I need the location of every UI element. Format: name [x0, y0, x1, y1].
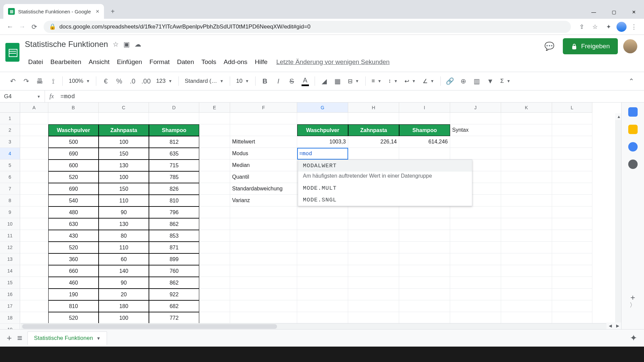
cell[interactable]: 682	[149, 300, 199, 312]
cell[interactable]	[297, 206, 348, 218]
cell[interactable]	[20, 148, 48, 160]
cell[interactable]	[348, 242, 399, 253]
cell[interactable]: 150	[99, 183, 149, 195]
url-input[interactable]: 🔒 docs.google.com/spreadsheets/d/1fke71Y…	[44, 21, 571, 33]
cell[interactable]	[230, 265, 297, 277]
column-header[interactable]: D	[149, 103, 199, 113]
row-header[interactable]: 6	[0, 171, 20, 183]
cell[interactable]	[552, 195, 592, 206]
cell[interactable]	[450, 265, 501, 277]
cell[interactable]	[297, 265, 348, 277]
cell[interactable]: 140	[99, 265, 149, 277]
cell[interactable]	[450, 300, 501, 312]
cell[interactable]	[199, 171, 230, 183]
number-format-select[interactable]: 123▼	[153, 78, 175, 84]
close-tab-icon[interactable]: ×	[96, 8, 99, 15]
row-header[interactable]: 15	[0, 277, 20, 289]
cell[interactable]	[230, 312, 297, 324]
cell[interactable]: 853	[149, 230, 199, 242]
cell[interactable]: 150	[99, 148, 149, 160]
horizontal-scrollbar[interactable]	[21, 323, 616, 329]
print-button[interactable]: 🖶	[34, 75, 46, 87]
sheet-tab-menu-icon[interactable]: ▼	[96, 336, 101, 341]
window-minimize-button[interactable]: —	[584, 5, 604, 19]
fill-color-button[interactable]: ◢	[318, 75, 330, 87]
row-header[interactable]: 11	[0, 230, 20, 242]
active-cell-editing[interactable]: =mod	[297, 148, 348, 160]
cell[interactable]	[399, 218, 450, 230]
cell[interactable]	[399, 253, 450, 265]
cell[interactable]	[20, 242, 48, 253]
row-header[interactable]: 5	[0, 160, 20, 171]
cell[interactable]	[501, 206, 552, 218]
link-button[interactable]: 🔗	[444, 75, 456, 87]
menu-tools[interactable]: Tools	[198, 57, 219, 67]
row-header[interactable]: 18	[0, 312, 20, 324]
cell[interactable]	[552, 160, 592, 171]
cell[interactable]	[20, 136, 48, 148]
scroll-left-button[interactable]: ◀	[606, 322, 614, 329]
cell[interactable]: 690	[48, 183, 99, 195]
browser-tab[interactable]: ▦ Statistische Funktionen - Google ×	[3, 4, 104, 19]
text-color-button[interactable]: A	[299, 75, 311, 87]
italic-button[interactable]: I	[272, 75, 284, 87]
cell[interactable]	[399, 113, 450, 124]
user-avatar[interactable]	[623, 39, 637, 53]
cell[interactable]	[552, 242, 592, 253]
cell[interactable]	[501, 289, 552, 300]
cell[interactable]: Standardabweichung	[230, 183, 297, 195]
bookmark-icon[interactable]: ☆	[589, 21, 601, 33]
cell[interactable]: 480	[48, 206, 99, 218]
strikethrough-button[interactable]: S	[286, 75, 298, 87]
cell[interactable]: 1003,3	[297, 136, 348, 148]
cell[interactable]	[501, 124, 552, 136]
cell[interactable]	[552, 113, 592, 124]
scroll-right-button[interactable]: ▶	[614, 322, 621, 329]
cell[interactable]	[230, 113, 297, 124]
cell[interactable]: Waschpulver	[297, 124, 348, 136]
cell[interactable]: 360	[48, 253, 99, 265]
cell[interactable]	[20, 300, 48, 312]
cell[interactable]	[199, 265, 230, 277]
cell[interactable]: 500	[48, 136, 99, 148]
cell[interactable]: 110	[99, 195, 149, 206]
document-title[interactable]: Statistische Funktionen	[25, 40, 108, 49]
cell[interactable]: Mittelwert	[230, 136, 297, 148]
cell[interactable]: 899	[149, 253, 199, 265]
cell[interactable]	[199, 124, 230, 136]
bold-button[interactable]: B	[259, 75, 271, 87]
cell[interactable]: 810	[149, 195, 199, 206]
cell[interactable]	[20, 277, 48, 289]
cell[interactable]	[552, 253, 592, 265]
cell[interactable]: Syntax	[450, 124, 501, 136]
cell[interactable]	[450, 312, 501, 324]
spreadsheet-grid[interactable]: ABCDEFGHIJKL12WaschpulverZahnpastaShampo…	[0, 103, 644, 329]
cell[interactable]	[297, 253, 348, 265]
cell[interactable]	[199, 195, 230, 206]
cell[interactable]: 110	[99, 242, 149, 253]
row-header[interactable]: 9	[0, 206, 20, 218]
cell[interactable]	[20, 171, 48, 183]
menu-daten[interactable]: Daten	[174, 57, 198, 67]
zoom-select[interactable]: 100%▼	[66, 78, 93, 84]
cell[interactable]	[199, 289, 230, 300]
cell[interactable]: 430	[48, 230, 99, 242]
cell[interactable]	[348, 277, 399, 289]
cell[interactable]	[501, 195, 552, 206]
cell[interactable]: 100	[99, 312, 149, 324]
cell[interactable]	[501, 183, 552, 195]
cell[interactable]	[20, 312, 48, 324]
cell[interactable]: 715	[149, 160, 199, 171]
row-header[interactable]: 16	[0, 289, 20, 300]
share-url-icon[interactable]: ⇪	[576, 21, 588, 33]
cell[interactable]: 810	[48, 300, 99, 312]
cell[interactable]	[348, 218, 399, 230]
cell[interactable]: 635	[149, 148, 199, 160]
cell[interactable]	[199, 218, 230, 230]
h-align-button[interactable]: ≡▼	[369, 78, 384, 84]
cell[interactable]: Waschpulver	[48, 124, 99, 136]
v-align-button[interactable]: ↕▼	[385, 78, 400, 84]
cell[interactable]	[552, 171, 592, 183]
cell[interactable]: Varianz	[230, 195, 297, 206]
cell[interactable]	[230, 124, 297, 136]
